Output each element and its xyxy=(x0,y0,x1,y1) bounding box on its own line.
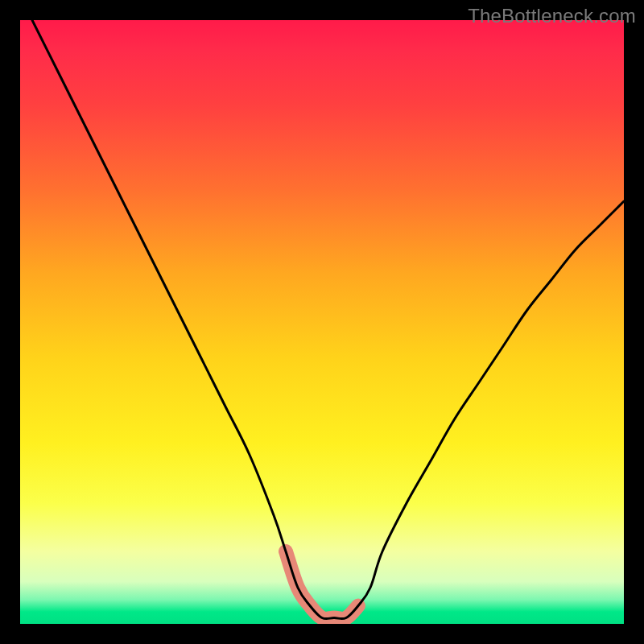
chart-frame: TheBottleneck.com xyxy=(0,0,644,644)
watermark-text: TheBottleneck.com xyxy=(468,5,636,27)
bottleneck-curve xyxy=(32,20,624,619)
chart-svg xyxy=(20,20,624,624)
chart-plot-area xyxy=(20,20,624,624)
